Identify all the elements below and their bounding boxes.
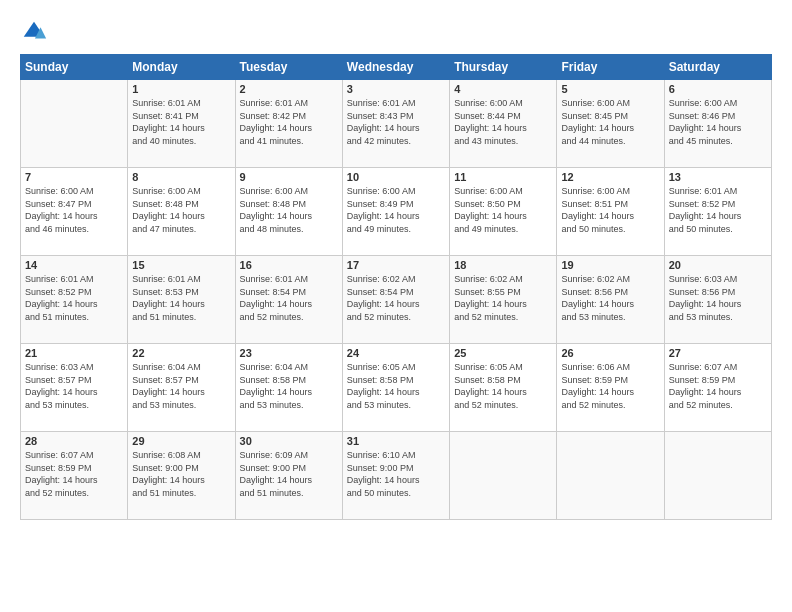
calendar-header: SundayMondayTuesdayWednesdayThursdayFrid… bbox=[21, 55, 772, 80]
day-of-week-header: Tuesday bbox=[235, 55, 342, 80]
calendar-cell: 18Sunrise: 6:02 AM Sunset: 8:55 PM Dayli… bbox=[450, 256, 557, 344]
day-info: Sunrise: 6:07 AM Sunset: 8:59 PM Dayligh… bbox=[669, 361, 767, 411]
day-number: 2 bbox=[240, 83, 338, 95]
day-of-week-header: Friday bbox=[557, 55, 664, 80]
header-row: SundayMondayTuesdayWednesdayThursdayFrid… bbox=[21, 55, 772, 80]
day-info: Sunrise: 6:04 AM Sunset: 8:57 PM Dayligh… bbox=[132, 361, 230, 411]
day-number: 14 bbox=[25, 259, 123, 271]
day-info: Sunrise: 6:08 AM Sunset: 9:00 PM Dayligh… bbox=[132, 449, 230, 499]
calendar-week-row: 21Sunrise: 6:03 AM Sunset: 8:57 PM Dayli… bbox=[21, 344, 772, 432]
logo bbox=[20, 18, 52, 46]
day-info: Sunrise: 6:00 AM Sunset: 8:47 PM Dayligh… bbox=[25, 185, 123, 235]
day-number: 27 bbox=[669, 347, 767, 359]
day-info: Sunrise: 6:10 AM Sunset: 9:00 PM Dayligh… bbox=[347, 449, 445, 499]
day-number: 18 bbox=[454, 259, 552, 271]
day-number: 6 bbox=[669, 83, 767, 95]
calendar-cell: 20Sunrise: 6:03 AM Sunset: 8:56 PM Dayli… bbox=[664, 256, 771, 344]
day-number: 26 bbox=[561, 347, 659, 359]
calendar-cell: 10Sunrise: 6:00 AM Sunset: 8:49 PM Dayli… bbox=[342, 168, 449, 256]
calendar-week-row: 14Sunrise: 6:01 AM Sunset: 8:52 PM Dayli… bbox=[21, 256, 772, 344]
day-number: 22 bbox=[132, 347, 230, 359]
calendar-cell: 4Sunrise: 6:00 AM Sunset: 8:44 PM Daylig… bbox=[450, 80, 557, 168]
day-number: 3 bbox=[347, 83, 445, 95]
calendar-week-row: 7Sunrise: 6:00 AM Sunset: 8:47 PM Daylig… bbox=[21, 168, 772, 256]
day-number: 10 bbox=[347, 171, 445, 183]
day-number: 20 bbox=[669, 259, 767, 271]
day-info: Sunrise: 6:01 AM Sunset: 8:52 PM Dayligh… bbox=[25, 273, 123, 323]
day-info: Sunrise: 6:00 AM Sunset: 8:48 PM Dayligh… bbox=[132, 185, 230, 235]
day-number: 15 bbox=[132, 259, 230, 271]
day-info: Sunrise: 6:00 AM Sunset: 8:45 PM Dayligh… bbox=[561, 97, 659, 147]
calendar-table: SundayMondayTuesdayWednesdayThursdayFrid… bbox=[20, 54, 772, 520]
day-number: 9 bbox=[240, 171, 338, 183]
day-info: Sunrise: 6:00 AM Sunset: 8:46 PM Dayligh… bbox=[669, 97, 767, 147]
day-info: Sunrise: 6:03 AM Sunset: 8:56 PM Dayligh… bbox=[669, 273, 767, 323]
calendar-week-row: 28Sunrise: 6:07 AM Sunset: 8:59 PM Dayli… bbox=[21, 432, 772, 520]
day-info: Sunrise: 6:00 AM Sunset: 8:49 PM Dayligh… bbox=[347, 185, 445, 235]
day-info: Sunrise: 6:01 AM Sunset: 8:43 PM Dayligh… bbox=[347, 97, 445, 147]
calendar-cell: 23Sunrise: 6:04 AM Sunset: 8:58 PM Dayli… bbox=[235, 344, 342, 432]
day-info: Sunrise: 6:09 AM Sunset: 9:00 PM Dayligh… bbox=[240, 449, 338, 499]
day-number: 5 bbox=[561, 83, 659, 95]
day-info: Sunrise: 6:07 AM Sunset: 8:59 PM Dayligh… bbox=[25, 449, 123, 499]
day-info: Sunrise: 6:01 AM Sunset: 8:52 PM Dayligh… bbox=[669, 185, 767, 235]
day-info: Sunrise: 6:05 AM Sunset: 8:58 PM Dayligh… bbox=[347, 361, 445, 411]
day-number: 11 bbox=[454, 171, 552, 183]
day-info: Sunrise: 6:01 AM Sunset: 8:42 PM Dayligh… bbox=[240, 97, 338, 147]
day-number: 8 bbox=[132, 171, 230, 183]
day-number: 16 bbox=[240, 259, 338, 271]
calendar-cell bbox=[450, 432, 557, 520]
day-number: 17 bbox=[347, 259, 445, 271]
day-info: Sunrise: 6:05 AM Sunset: 8:58 PM Dayligh… bbox=[454, 361, 552, 411]
day-number: 4 bbox=[454, 83, 552, 95]
day-info: Sunrise: 6:00 AM Sunset: 8:50 PM Dayligh… bbox=[454, 185, 552, 235]
calendar-cell: 17Sunrise: 6:02 AM Sunset: 8:54 PM Dayli… bbox=[342, 256, 449, 344]
calendar-cell: 27Sunrise: 6:07 AM Sunset: 8:59 PM Dayli… bbox=[664, 344, 771, 432]
calendar-cell: 29Sunrise: 6:08 AM Sunset: 9:00 PM Dayli… bbox=[128, 432, 235, 520]
calendar-cell bbox=[557, 432, 664, 520]
day-number: 28 bbox=[25, 435, 123, 447]
day-info: Sunrise: 6:02 AM Sunset: 8:55 PM Dayligh… bbox=[454, 273, 552, 323]
day-info: Sunrise: 6:01 AM Sunset: 8:41 PM Dayligh… bbox=[132, 97, 230, 147]
calendar-week-row: 1Sunrise: 6:01 AM Sunset: 8:41 PM Daylig… bbox=[21, 80, 772, 168]
calendar-cell: 12Sunrise: 6:00 AM Sunset: 8:51 PM Dayli… bbox=[557, 168, 664, 256]
day-info: Sunrise: 6:04 AM Sunset: 8:58 PM Dayligh… bbox=[240, 361, 338, 411]
day-info: Sunrise: 6:02 AM Sunset: 8:56 PM Dayligh… bbox=[561, 273, 659, 323]
day-of-week-header: Sunday bbox=[21, 55, 128, 80]
calendar-cell: 1Sunrise: 6:01 AM Sunset: 8:41 PM Daylig… bbox=[128, 80, 235, 168]
calendar-cell: 5Sunrise: 6:00 AM Sunset: 8:45 PM Daylig… bbox=[557, 80, 664, 168]
calendar-cell: 8Sunrise: 6:00 AM Sunset: 8:48 PM Daylig… bbox=[128, 168, 235, 256]
day-info: Sunrise: 6:01 AM Sunset: 8:54 PM Dayligh… bbox=[240, 273, 338, 323]
calendar-cell: 7Sunrise: 6:00 AM Sunset: 8:47 PM Daylig… bbox=[21, 168, 128, 256]
day-info: Sunrise: 6:02 AM Sunset: 8:54 PM Dayligh… bbox=[347, 273, 445, 323]
day-number: 25 bbox=[454, 347, 552, 359]
calendar-cell: 19Sunrise: 6:02 AM Sunset: 8:56 PM Dayli… bbox=[557, 256, 664, 344]
day-info: Sunrise: 6:00 AM Sunset: 8:48 PM Dayligh… bbox=[240, 185, 338, 235]
calendar-cell: 22Sunrise: 6:04 AM Sunset: 8:57 PM Dayli… bbox=[128, 344, 235, 432]
calendar-cell: 26Sunrise: 6:06 AM Sunset: 8:59 PM Dayli… bbox=[557, 344, 664, 432]
calendar-cell: 11Sunrise: 6:00 AM Sunset: 8:50 PM Dayli… bbox=[450, 168, 557, 256]
calendar-cell: 21Sunrise: 6:03 AM Sunset: 8:57 PM Dayli… bbox=[21, 344, 128, 432]
page: SundayMondayTuesdayWednesdayThursdayFrid… bbox=[0, 0, 792, 612]
day-info: Sunrise: 6:00 AM Sunset: 8:51 PM Dayligh… bbox=[561, 185, 659, 235]
calendar-cell: 16Sunrise: 6:01 AM Sunset: 8:54 PM Dayli… bbox=[235, 256, 342, 344]
calendar-cell: 6Sunrise: 6:00 AM Sunset: 8:46 PM Daylig… bbox=[664, 80, 771, 168]
day-of-week-header: Wednesday bbox=[342, 55, 449, 80]
calendar-cell bbox=[21, 80, 128, 168]
day-info: Sunrise: 6:00 AM Sunset: 8:44 PM Dayligh… bbox=[454, 97, 552, 147]
calendar-cell: 2Sunrise: 6:01 AM Sunset: 8:42 PM Daylig… bbox=[235, 80, 342, 168]
day-of-week-header: Thursday bbox=[450, 55, 557, 80]
calendar-body: 1Sunrise: 6:01 AM Sunset: 8:41 PM Daylig… bbox=[21, 80, 772, 520]
calendar-cell: 13Sunrise: 6:01 AM Sunset: 8:52 PM Dayli… bbox=[664, 168, 771, 256]
day-info: Sunrise: 6:06 AM Sunset: 8:59 PM Dayligh… bbox=[561, 361, 659, 411]
calendar-cell: 15Sunrise: 6:01 AM Sunset: 8:53 PM Dayli… bbox=[128, 256, 235, 344]
day-of-week-header: Monday bbox=[128, 55, 235, 80]
calendar-cell: 24Sunrise: 6:05 AM Sunset: 8:58 PM Dayli… bbox=[342, 344, 449, 432]
day-info: Sunrise: 6:01 AM Sunset: 8:53 PM Dayligh… bbox=[132, 273, 230, 323]
day-number: 21 bbox=[25, 347, 123, 359]
day-number: 19 bbox=[561, 259, 659, 271]
logo-icon bbox=[20, 18, 48, 46]
day-number: 30 bbox=[240, 435, 338, 447]
calendar-cell bbox=[664, 432, 771, 520]
day-number: 29 bbox=[132, 435, 230, 447]
